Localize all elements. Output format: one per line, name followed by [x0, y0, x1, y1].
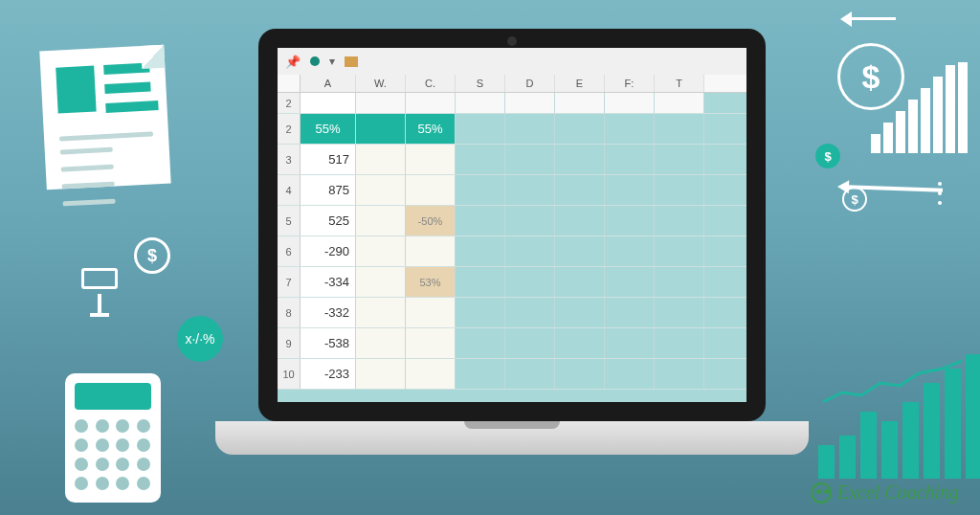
col-header-f[interactable]: F: [605, 75, 655, 92]
cell[interactable] [456, 175, 505, 205]
cell[interactable] [505, 206, 555, 235]
cell[interactable] [605, 93, 655, 113]
col-header-t[interactable]: T [655, 75, 704, 92]
dropdown-icon[interactable]: ▾ [329, 55, 335, 68]
cell[interactable] [555, 267, 605, 297]
row-number[interactable]: 3 [278, 145, 301, 174]
cell[interactable] [406, 298, 456, 327]
cell[interactable]: 55% [301, 114, 356, 144]
col-header-c[interactable]: C. [406, 75, 456, 92]
cell[interactable] [555, 359, 605, 389]
cell[interactable] [356, 298, 406, 327]
cell[interactable] [456, 328, 505, 358]
cell[interactable] [406, 359, 456, 389]
cell[interactable] [406, 175, 456, 205]
cell[interactable] [356, 175, 406, 205]
cell[interactable] [555, 145, 605, 174]
col-header-d[interactable]: D [505, 75, 555, 92]
cell[interactable]: -233 [301, 359, 356, 389]
cell[interactable] [406, 236, 456, 266]
clipboard-icon[interactable] [345, 56, 358, 67]
cell[interactable] [356, 359, 406, 389]
cell[interactable] [505, 114, 555, 144]
cell[interactable] [555, 206, 605, 235]
cell[interactable] [356, 236, 406, 266]
select-all-corner[interactable] [278, 75, 301, 92]
cell[interactable] [555, 328, 605, 358]
col-header-s[interactable]: S [456, 75, 505, 92]
row-number[interactable]: 7 [278, 267, 301, 297]
cell[interactable] [356, 206, 406, 235]
cell[interactable] [555, 298, 605, 327]
cell[interactable]: -538 [301, 328, 356, 358]
cell[interactable] [505, 298, 555, 327]
cell[interactable]: 517 [301, 145, 356, 174]
cell[interactable] [555, 175, 605, 205]
cell[interactable] [605, 298, 655, 327]
cell[interactable] [655, 93, 704, 113]
row-number[interactable]: 2 [278, 114, 301, 144]
cell[interactable] [356, 93, 406, 113]
cell[interactable] [655, 359, 704, 389]
cell[interactable] [406, 145, 456, 174]
cell[interactable] [406, 93, 456, 113]
cell[interactable]: -290 [301, 236, 356, 266]
cell[interactable] [655, 267, 704, 297]
cell[interactable] [605, 267, 655, 297]
cell[interactable] [456, 145, 505, 174]
row-number[interactable]: 9 [278, 328, 301, 358]
cell[interactable] [605, 175, 655, 205]
cell[interactable] [655, 206, 704, 235]
cell[interactable] [505, 175, 555, 205]
cell[interactable] [555, 236, 605, 266]
row-number[interactable]: 10 [278, 359, 301, 389]
cell[interactable] [356, 267, 406, 297]
cell[interactable] [456, 267, 505, 297]
cell[interactable] [456, 359, 505, 389]
cell[interactable] [301, 93, 356, 113]
cell[interactable] [555, 93, 605, 113]
row-number[interactable]: 2 [278, 93, 301, 113]
cell[interactable] [505, 328, 555, 358]
cell[interactable] [356, 114, 406, 144]
row-number[interactable]: 5 [278, 206, 301, 235]
cell[interactable] [456, 298, 505, 327]
cell[interactable] [655, 236, 704, 266]
col-header-e[interactable]: E [555, 75, 605, 92]
col-header-a[interactable]: A [301, 75, 356, 92]
cell[interactable]: 55% [406, 114, 456, 144]
cell[interactable] [605, 145, 655, 174]
cell[interactable]: 875 [301, 175, 356, 205]
cell[interactable] [505, 236, 555, 266]
row-number[interactable]: 4 [278, 175, 301, 205]
cell[interactable]: -50% [406, 206, 456, 235]
cell[interactable] [406, 328, 456, 358]
cell[interactable] [456, 206, 505, 235]
cell[interactable] [655, 328, 704, 358]
cell[interactable] [655, 114, 704, 144]
cell[interactable] [456, 236, 505, 266]
cell[interactable] [456, 114, 505, 144]
cell[interactable]: -332 [301, 298, 356, 327]
cell[interactable] [605, 328, 655, 358]
cell[interactable] [655, 298, 704, 327]
cell[interactable] [555, 114, 605, 144]
cell[interactable] [456, 93, 505, 113]
cell[interactable] [505, 359, 555, 389]
cell[interactable] [655, 175, 704, 205]
pin-icon[interactable]: 📌 [285, 55, 301, 69]
cell[interactable] [605, 236, 655, 266]
row-number[interactable]: 8 [278, 298, 301, 327]
cell[interactable] [605, 359, 655, 389]
cell[interactable] [605, 206, 655, 235]
cell[interactable] [505, 267, 555, 297]
cell[interactable] [356, 328, 406, 358]
record-icon[interactable] [310, 56, 320, 66]
row-number[interactable]: 6 [278, 236, 301, 266]
cell[interactable] [505, 93, 555, 113]
cell[interactable] [505, 145, 555, 174]
cell[interactable]: 525 [301, 206, 356, 235]
cell[interactable] [605, 114, 655, 144]
col-header-w[interactable]: W. [356, 75, 406, 92]
cell[interactable]: 53% [406, 267, 456, 297]
